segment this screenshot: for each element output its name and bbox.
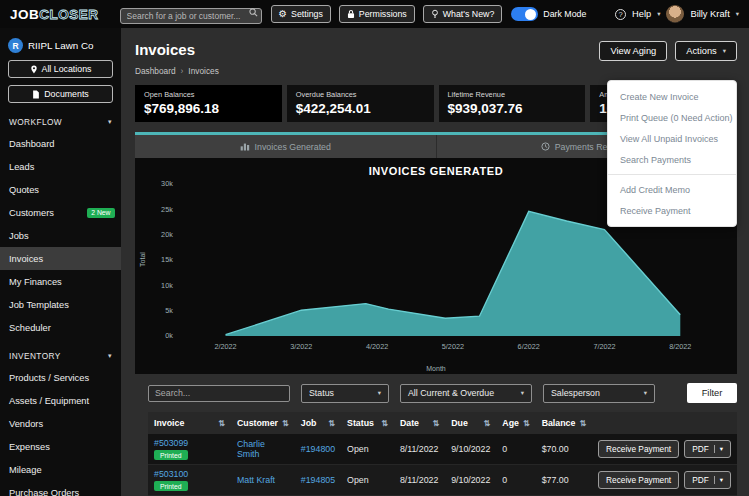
row-actions-cell: Receive PaymentPDF▾ [592, 465, 737, 496]
due-cell: 9/10/2022 [445, 434, 496, 465]
chevron-down-icon: ▾ [657, 10, 660, 18]
menu-item-receive-payment[interactable]: Receive Payment [608, 200, 736, 221]
job-link[interactable]: #194805 [301, 475, 335, 485]
row-actions-cell: Receive PaymentPDF▾ [592, 434, 737, 465]
pdf-label: PDF [692, 475, 709, 485]
sort-icon[interactable]: ⇅ [484, 419, 491, 428]
pdf-button[interactable]: PDF▾ [684, 471, 731, 489]
gear-icon: ⚙ [279, 9, 288, 19]
table-row: #503100PrintedMatt Kraft#194805Open8/11/… [148, 465, 737, 496]
chart-y-axis-label: Total [139, 252, 146, 267]
sidebar-item-mileage[interactable]: Mileage [0, 458, 121, 481]
button-label: All Locations [42, 64, 92, 74]
sort-icon[interactable]: ⇅ [381, 419, 388, 428]
sidebar-section-inventory[interactable]: INVENTORY▾ [0, 345, 121, 366]
job-link[interactable]: #194800 [301, 444, 335, 454]
column-header-date[interactable]: Date⇅ [394, 412, 445, 434]
column-header-customer[interactable]: Customer⇅ [231, 412, 295, 434]
actions-button[interactable]: Actions▾ [675, 41, 737, 61]
job-cell: #194805 [295, 465, 341, 496]
all-locations-button[interactable]: All Locations [8, 60, 113, 78]
sidebar-item-job-templates[interactable]: Job Templates [0, 293, 121, 316]
invoice-link[interactable]: #503100 [154, 469, 225, 479]
sidebar-item-customers[interactable]: Customers2 New [0, 201, 121, 224]
chevron-down-icon: ▾ [108, 352, 112, 360]
job-cell: #194800 [295, 434, 341, 465]
sidebar-nav: WORKFLOW▾DashboardLeadsQuotesCustomers2 … [0, 111, 121, 496]
customer-link[interactable]: Charlie Smith [237, 439, 265, 459]
column-header-invoice[interactable]: Invoice⇅ [148, 412, 231, 434]
dark-mode-control: Dark Mode [511, 7, 586, 21]
menu-item-print-queue-0-need-action[interactable]: Print Queue (0 Need Action) [608, 107, 736, 128]
svg-text:15k: 15k [161, 255, 173, 264]
help-menu[interactable]: Help [632, 9, 651, 19]
toggle-knob [525, 9, 536, 20]
sidebar-item-vendors[interactable]: Vendors [0, 412, 121, 435]
sort-icon[interactable]: ⇅ [282, 419, 289, 428]
customer-link[interactable]: Matt Kraft [237, 475, 275, 485]
invoice-link[interactable]: #503099 [154, 438, 225, 448]
sort-icon[interactable]: ⇅ [523, 419, 530, 428]
sidebar-item-invoices[interactable]: Invoices [0, 247, 121, 270]
sidebar-item-label: Products / Services [9, 373, 89, 383]
column-header-job[interactable]: Job⇅ [295, 412, 341, 434]
help-icon: ? [615, 9, 626, 20]
chevron-down-icon: ▾ [714, 476, 723, 484]
column-header-due[interactable]: Due⇅ [445, 412, 496, 434]
sidebar-item-label: Jobs [9, 231, 29, 241]
what-s-new-button[interactable]: What's New? [423, 5, 503, 23]
app-logo: JOBCLOSER [10, 7, 99, 22]
column-label: Status [347, 418, 374, 428]
sidebar-item-scheduler[interactable]: Scheduler [0, 316, 121, 339]
sidebar-item-my-finances[interactable]: My Finances [0, 270, 121, 293]
view-aging-button[interactable]: View Aging [599, 41, 667, 61]
user-avatar[interactable] [666, 5, 684, 23]
chevron-down-icon: ▾ [723, 47, 726, 55]
dark-mode-toggle[interactable] [511, 7, 538, 21]
settings-button[interactable]: ⚙Settings [271, 5, 331, 23]
menu-item-add-credit-memo[interactable]: Add Credit Memo [608, 179, 736, 200]
permissions-button[interactable]: Permissions [339, 5, 415, 23]
pdf-button[interactable]: PDF▾ [684, 440, 731, 458]
svg-text:5k: 5k [165, 306, 173, 315]
receive-payment-button[interactable]: Receive Payment [598, 471, 679, 489]
filter-button[interactable]: Filter [687, 383, 737, 403]
select-value: All Current & Overdue [408, 388, 494, 398]
sidebar-item-products-services[interactable]: Products / Services [0, 366, 121, 389]
sidebar-item-leads[interactable]: Leads [0, 155, 121, 178]
breadcrumb-item[interactable]: Dashboard [135, 66, 176, 76]
svg-text:0k: 0k [165, 331, 173, 340]
sidebar-item-jobs[interactable]: Jobs [0, 224, 121, 247]
stat-card-lifetime-revenue: Lifetime Revenue$939,037.76 [439, 85, 586, 122]
sidebar-item-purchase-orders[interactable]: Purchase Orders [0, 481, 121, 496]
tab-invoices-generated[interactable]: Invoices Generated [135, 135, 436, 158]
sort-icon[interactable]: ⇅ [432, 419, 439, 428]
menu-item-create-new-invoice[interactable]: Create New Invoice [608, 86, 736, 107]
stat-value: $422,254.01 [296, 101, 425, 116]
table-search-input[interactable] [148, 385, 290, 402]
column-header-age[interactable]: Age⇅ [496, 412, 535, 434]
column-header-balance[interactable]: Balance⇅ [536, 412, 592, 434]
column-header-status[interactable]: Status⇅ [341, 412, 394, 434]
global-search-input[interactable] [120, 8, 262, 24]
all-current-overdue-select[interactable]: All Current & Overdue▾ [400, 384, 532, 403]
documents-button[interactable]: Documents [8, 85, 113, 103]
user-menu[interactable]: Billy Kraft [690, 9, 729, 19]
sort-icon[interactable]: ⇅ [328, 419, 335, 428]
sidebar-item-expenses[interactable]: Expenses [0, 435, 121, 458]
sidebar-section-workflow[interactable]: WORKFLOW▾ [0, 111, 121, 132]
sidebar-item-label: My Finances [9, 277, 62, 287]
sort-icon[interactable]: ⇅ [218, 419, 225, 428]
status-select[interactable]: Status▾ [301, 384, 389, 403]
menu-item-search-payments[interactable]: Search Payments [608, 149, 736, 170]
svg-text:7/2022: 7/2022 [593, 342, 615, 351]
company-selector[interactable]: R RIIPL Lawn Co [8, 38, 113, 53]
menu-item-view-all-unpaid-invoices[interactable]: View All Unpaid Invoices [608, 128, 736, 149]
salesperson-select[interactable]: Salesperson▾ [543, 384, 655, 403]
sidebar-item-quotes[interactable]: Quotes [0, 178, 121, 201]
sidebar-item-dashboard[interactable]: Dashboard [0, 132, 121, 155]
sort-icon[interactable]: ⇅ [579, 419, 586, 428]
page-title: Invoices [135, 41, 219, 58]
sidebar-item-assets-equipment[interactable]: Assets / Equipment [0, 389, 121, 412]
receive-payment-button[interactable]: Receive Payment [598, 440, 679, 458]
